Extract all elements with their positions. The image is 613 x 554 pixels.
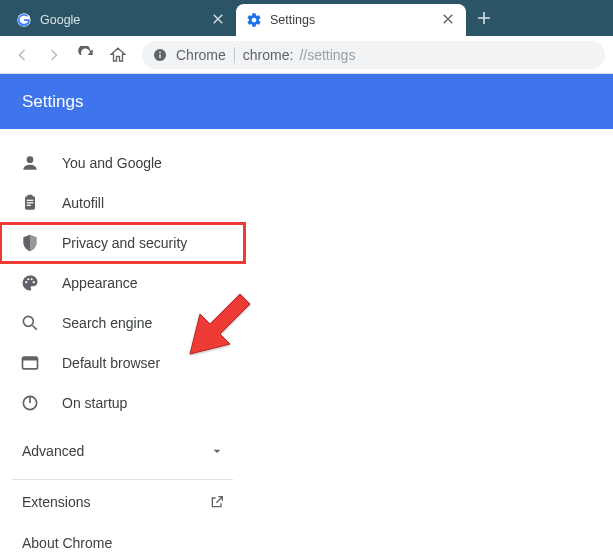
svg-rect-16 xyxy=(23,357,38,360)
back-button[interactable] xyxy=(8,41,36,69)
sidebar-item-label: Search engine xyxy=(62,315,152,331)
settings-sidebar: You and Google Autofill Privacy and secu… xyxy=(0,129,245,554)
svg-rect-8 xyxy=(27,202,34,203)
person-icon xyxy=(20,153,40,173)
settings-header: Settings xyxy=(0,74,613,129)
sidebar-item-you-and-google[interactable]: You and Google xyxy=(0,143,245,183)
address-bar[interactable]: Chrome chrome://settings xyxy=(142,41,605,69)
omnibox-divider xyxy=(234,47,235,63)
sidebar-item-label: You and Google xyxy=(62,155,162,171)
palette-icon xyxy=(20,273,40,293)
chevron-down-icon xyxy=(209,443,225,459)
sidebar-item-autofill[interactable]: Autofill xyxy=(0,183,245,223)
svg-point-13 xyxy=(33,281,35,283)
external-link-icon xyxy=(209,494,225,510)
page-title: Settings xyxy=(22,92,83,112)
google-favicon xyxy=(16,12,32,28)
sidebar-item-label: Appearance xyxy=(62,275,138,291)
origin-chip: Chrome xyxy=(176,47,226,63)
svg-rect-3 xyxy=(159,54,160,58)
home-button[interactable] xyxy=(104,41,132,69)
sidebar-item-appearance[interactable]: Appearance xyxy=(0,263,245,303)
search-icon xyxy=(20,313,40,333)
new-tab-button[interactable] xyxy=(470,4,498,32)
tab-strip: Google Settings xyxy=(0,0,613,36)
tab-google[interactable]: Google xyxy=(6,4,236,36)
content: You and Google Autofill Privacy and secu… xyxy=(0,129,613,554)
extensions-label: Extensions xyxy=(22,494,90,510)
svg-rect-6 xyxy=(28,195,33,198)
sidebar-item-on-startup[interactable]: On startup xyxy=(0,383,245,423)
tab-settings[interactable]: Settings xyxy=(236,4,466,36)
sidebar-item-privacy-security[interactable]: Privacy and security xyxy=(0,223,245,263)
sidebar-item-search-engine[interactable]: Search engine xyxy=(0,303,245,343)
sidebar-item-label: Default browser xyxy=(62,355,160,371)
toolbar: Chrome chrome://settings xyxy=(0,36,613,74)
settings-favicon xyxy=(246,12,262,28)
svg-rect-9 xyxy=(27,205,31,206)
sidebar-item-label: Autofill xyxy=(62,195,104,211)
close-icon[interactable] xyxy=(442,13,456,27)
advanced-toggle[interactable]: Advanced xyxy=(0,429,245,473)
svg-point-14 xyxy=(23,316,33,326)
forward-button[interactable] xyxy=(40,41,68,69)
svg-point-12 xyxy=(31,278,33,280)
site-info-icon[interactable] xyxy=(152,47,168,63)
power-icon xyxy=(20,393,40,413)
sidebar-item-label: On startup xyxy=(62,395,127,411)
sidebar-item-default-browser[interactable]: Default browser xyxy=(0,343,245,383)
about-label: About Chrome xyxy=(22,535,112,551)
tab-title: Settings xyxy=(270,13,436,27)
svg-point-10 xyxy=(25,281,27,283)
shield-icon xyxy=(20,233,40,253)
url-text: chrome://settings xyxy=(243,47,356,63)
svg-point-11 xyxy=(27,278,29,280)
sidebar-item-extensions[interactable]: Extensions xyxy=(0,480,245,524)
sidebar-item-label: Privacy and security xyxy=(62,235,187,251)
reload-button[interactable] xyxy=(72,41,100,69)
advanced-label: Advanced xyxy=(22,443,84,459)
clipboard-icon xyxy=(20,193,40,213)
sidebar-item-about-chrome[interactable]: About Chrome xyxy=(0,524,245,554)
svg-point-2 xyxy=(159,51,161,53)
svg-point-4 xyxy=(27,156,34,163)
browser-icon xyxy=(20,353,40,373)
tab-title: Google xyxy=(40,13,206,27)
svg-rect-7 xyxy=(27,200,34,201)
close-icon[interactable] xyxy=(212,13,226,27)
